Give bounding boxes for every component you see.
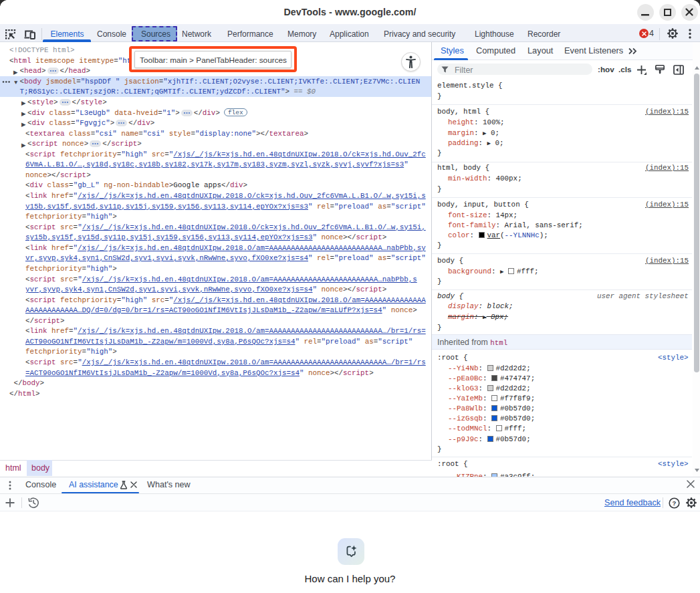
svg-text:?: ? <box>673 499 677 507</box>
